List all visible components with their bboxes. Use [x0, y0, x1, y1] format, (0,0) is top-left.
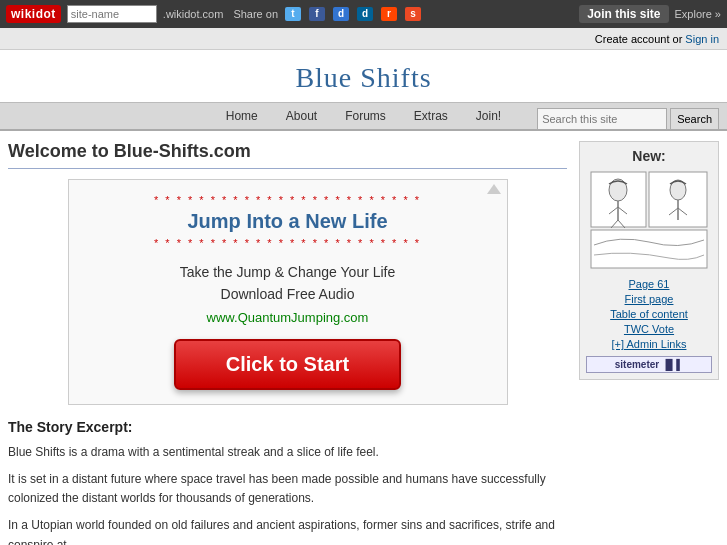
ad-subtext: Take the Jump & Change Your Life Downloa… [79, 261, 497, 306]
sitemeter-badge[interactable]: sitemeter ▐▌▌ [586, 356, 712, 373]
nav-extras[interactable]: Extras [410, 107, 452, 125]
ad-block: * * * * * * * * * * * * * * * * * * * * … [68, 179, 508, 405]
facebook-icon[interactable]: f [309, 7, 325, 21]
site-header: Blue Shifts [0, 50, 727, 102]
sidebar-new-label: New: [586, 148, 712, 164]
sidebar-new-box: New: [579, 141, 719, 380]
accountbar: Create account or Sign in [0, 28, 727, 50]
story-section: The Story Excerpt: Blue Shifts is a dram… [8, 419, 567, 545]
search-area: Search [537, 108, 719, 130]
join-this-site-button[interactable]: Join this site [579, 5, 668, 23]
sidebar: New: [579, 141, 719, 545]
main-content: Welcome to Blue-Shifts.com * * * * * * *… [8, 141, 567, 545]
explore-button[interactable]: Explore » [675, 8, 721, 20]
ad-triangle-icon [487, 184, 501, 194]
nav-join[interactable]: Join! [472, 107, 505, 125]
nav-forums[interactable]: Forums [341, 107, 390, 125]
story-para-1: Blue Shifts is a drama with a sentimenta… [8, 443, 567, 462]
site-title: Blue Shifts [0, 62, 727, 94]
stumble-icon[interactable]: s [405, 7, 421, 21]
sidebar-page61-link[interactable]: Page 61 [586, 278, 712, 290]
nav-home[interactable]: Home [222, 107, 262, 125]
wikidot-logo[interactable]: wikidot [6, 5, 61, 23]
sign-in-link[interactable]: Sign in [685, 33, 719, 45]
ad-headline: Jump Into a New Life [79, 210, 497, 233]
reddit-icon[interactable]: r [381, 7, 397, 21]
site-name-input[interactable] [67, 5, 157, 23]
delicious-icon[interactable]: d [333, 7, 349, 21]
sidebar-adminlinks-link[interactable]: [+] Admin Links [586, 338, 712, 350]
topbar: wikidot .wikidot.com Share on t f d d r … [0, 0, 727, 28]
wikidot-domain: .wikidot.com [163, 8, 224, 20]
page-title: Welcome to Blue-Shifts.com [8, 141, 567, 169]
digg-icon[interactable]: d [357, 7, 373, 21]
sidebar-firstpage-link[interactable]: First page [586, 293, 712, 305]
page-wrapper: Welcome to Blue-Shifts.com * * * * * * *… [0, 131, 727, 545]
story-heading: The Story Excerpt: [8, 419, 567, 435]
search-input[interactable] [537, 108, 667, 130]
ad-link[interactable]: www.QuantumJumping.com [207, 310, 369, 325]
nav-about[interactable]: About [282, 107, 321, 125]
twitter-icon[interactable]: t [285, 7, 301, 21]
ad-cta-button[interactable]: Click to Start [174, 339, 401, 390]
sidebar-twcvote-link[interactable]: TWC Vote [586, 323, 712, 335]
create-account-label: Create account or [595, 33, 682, 45]
sidebar-toc-link[interactable]: Table of content [586, 308, 712, 320]
ad-stars-top: * * * * * * * * * * * * * * * * * * * * … [79, 194, 497, 206]
header-wrapper: Blue Shifts Search [0, 50, 727, 102]
story-para-2: It is set in a distant future where spac… [8, 470, 567, 508]
sidebar-thumbnail [589, 170, 709, 270]
svg-rect-3 [591, 230, 707, 268]
ad-subtext-line1: Take the Jump & Change Your Life [180, 264, 396, 280]
share-on-label: Share on [233, 8, 278, 20]
ad-stars-bottom: * * * * * * * * * * * * * * * * * * * * … [79, 237, 497, 249]
story-para-3: In a Utopian world founded on old failur… [8, 516, 567, 545]
ad-subtext-line2: Download Free Audio [221, 286, 355, 302]
search-button[interactable]: Search [670, 108, 719, 130]
